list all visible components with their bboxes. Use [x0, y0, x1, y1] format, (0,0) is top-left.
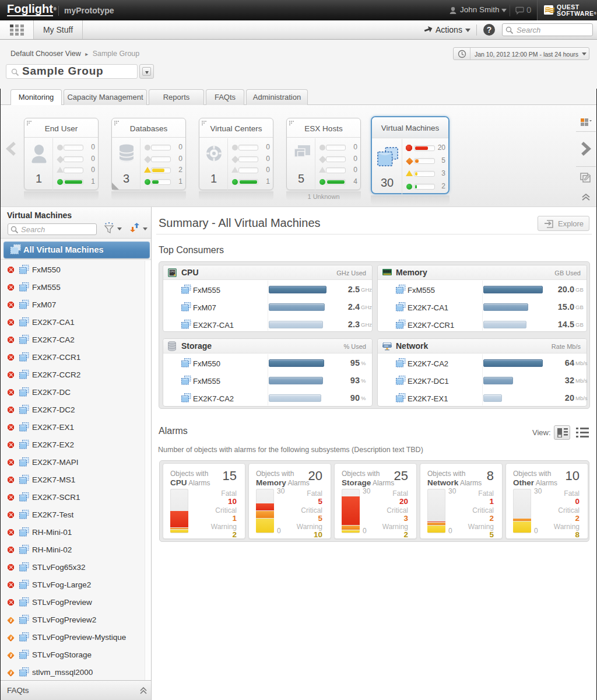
- svg-text:CPU: CPU: [170, 270, 175, 273]
